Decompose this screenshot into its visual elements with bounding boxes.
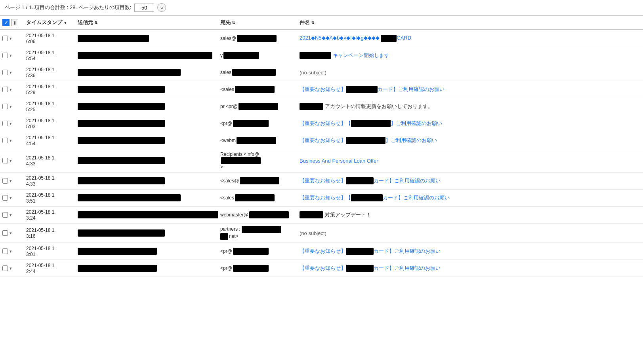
row-checkbox[interactable] (2, 70, 8, 75)
row-dropdown-btn[interactable]: ▾ (9, 138, 12, 143)
table-row: ▾2021-05-18 1 6:06sales@2021◆N5◆◆A◆b◆v◆f… (0, 30, 643, 47)
row-timestamp: 2021-05-18 1 3:16 (24, 224, 75, 243)
row-checkbox[interactable] (2, 158, 8, 163)
table-row: ▾2021-05-18 1 3:51<sales【重要なお知らせ】【カード】ご利… (0, 190, 643, 207)
copy-button[interactable]: ▮ (11, 19, 18, 26)
row-to: pr <pr@ (218, 98, 297, 115)
row-dropdown-btn[interactable]: ▾ (9, 104, 12, 109)
col-from[interactable]: 送信元⇅ (75, 16, 218, 30)
row-select-cell: ▾ (0, 81, 24, 98)
row-checkbox[interactable] (2, 138, 8, 143)
subject-link[interactable]: 【重要なお知らせ】【】ご利用確認のお願い (300, 120, 442, 126)
row-subject[interactable]: (no subject) (297, 224, 643, 243)
row-subject[interactable]: キャンペーン開始します (297, 47, 643, 64)
per-page-input[interactable] (134, 4, 154, 12)
row-dropdown-btn[interactable]: ▾ (9, 195, 12, 201)
row-checkbox[interactable] (2, 87, 8, 92)
row-select-cell: ▾ (0, 115, 24, 132)
table-row: ▾2021-05-18 1 4:33Recipients <info@>Busi… (0, 149, 643, 173)
col-timestamp[interactable]: タイムスタンプ▼ (24, 16, 75, 30)
table-row: ▾2021-05-18 1 3:16partners : net>(no sub… (0, 224, 643, 243)
row-checkbox[interactable] (2, 53, 8, 58)
row-select-cell: ▾ (0, 64, 24, 81)
subject-link[interactable]: 【重要なお知らせ】カード】ご利用確認のお願い (300, 248, 441, 254)
row-timestamp: 2021-05-18 1 2:44 (24, 260, 75, 277)
row-checkbox[interactable] (2, 121, 8, 126)
row-dropdown-btn[interactable]: ▾ (9, 178, 12, 184)
row-to: <webm (218, 132, 297, 149)
row-timestamp: 2021-05-18 1 4:54 (24, 132, 75, 149)
row-dropdown-btn[interactable]: ▾ (9, 266, 12, 271)
table-row: ▾2021-05-18 1 2:44<pr@【重要なお知らせ】カード】ご利用確認… (0, 260, 643, 277)
table-row: ▾2021-05-18 1 5:03<pr@【重要なお知らせ】【】ご利用確認のお… (0, 115, 643, 132)
subject-link[interactable]: 【重要なお知らせ】】ご利用確認のお願い (300, 137, 437, 143)
subject-link[interactable]: 2021◆N5◆◆A◆b◆v◆f◆l◆g◆◆◆◆ CARD (300, 35, 411, 41)
row-subject[interactable]: 【重要なお知らせ】】ご利用確認のお願い (297, 132, 643, 149)
row-to: <pr@ (218, 260, 297, 277)
subject-link[interactable]: Business And Personal Loan Offer (300, 158, 378, 164)
row-dropdown-btn[interactable]: ▾ (9, 36, 12, 41)
row-subject[interactable]: 【重要なお知らせ】カード】ご利用確認のお願い (297, 173, 643, 190)
row-dropdown-btn[interactable]: ▾ (9, 212, 12, 218)
row-dropdown-btn[interactable]: ▾ (9, 121, 12, 126)
row-subject[interactable]: 【重要なお知らせ】カード】ご利用確認のお願い (297, 260, 643, 277)
row-subject[interactable]: 【重要なお知らせ】【】ご利用確認のお願い (297, 115, 643, 132)
row-from (75, 132, 218, 149)
row-from (75, 47, 218, 64)
row-dropdown-btn[interactable]: ▾ (9, 158, 12, 163)
row-subject[interactable]: 対策アップデート！ (297, 207, 643, 224)
row-from (75, 64, 218, 81)
select-all-checkbox[interactable]: ✓ (2, 19, 10, 26)
row-checkbox[interactable] (2, 248, 8, 254)
row-subject[interactable]: 【重要なお知らせ】カード】ご利用確認のお願い (297, 243, 643, 260)
row-subject[interactable]: 【重要なお知らせ】カード】ご利用確認のお願い (297, 81, 643, 98)
subject-link[interactable]: 【重要なお知らせ】カード】ご利用確認のお願い (300, 178, 441, 184)
to-sort-icon: ⇅ (232, 21, 235, 25)
row-dropdown-btn[interactable]: ▾ (9, 249, 12, 254)
row-from (75, 30, 218, 47)
row-from (75, 260, 218, 277)
row-dropdown-btn[interactable]: ▾ (9, 87, 12, 92)
row-dropdown-btn[interactable]: ▾ (9, 231, 12, 236)
subject-link[interactable]: 【重要なお知らせ】【カード】ご利用確認のお願い (300, 195, 450, 201)
row-dropdown-btn[interactable]: ▾ (9, 70, 12, 75)
refresh-button[interactable]: ○ (157, 3, 166, 12)
row-select-cell: ▾ (0, 243, 24, 260)
col-to[interactable]: 宛先⇅ (218, 16, 297, 30)
row-checkbox[interactable] (2, 178, 8, 184)
row-to: <sales (218, 190, 297, 207)
email-table: ✓ ▮ タイムスタンプ▼ 送信元⇅ 宛先⇅ 件名⇅ ▾2021-05-18 1 … (0, 15, 643, 277)
row-checkbox[interactable] (2, 265, 8, 271)
row-from (75, 224, 218, 243)
row-select-cell: ▾ (0, 173, 24, 190)
col-subject[interactable]: 件名⇅ (297, 16, 643, 30)
row-subject[interactable]: アカウントの情報更新をお願いしております。 (297, 98, 643, 115)
row-from (75, 207, 218, 224)
subject-link[interactable]: 【重要なお知らせ】カード】ご利用確認のお願い (300, 86, 445, 92)
row-checkbox[interactable] (2, 36, 8, 41)
row-timestamp: 2021-05-18 1 5:29 (24, 81, 75, 98)
row-checkbox[interactable] (2, 195, 8, 201)
row-subject[interactable]: (no subject) (297, 64, 643, 81)
row-subject[interactable]: Business And Personal Loan Offer (297, 149, 643, 173)
row-to: y (218, 47, 297, 64)
row-subject[interactable]: 【重要なお知らせ】【カード】ご利用確認のお願い (297, 190, 643, 207)
subject-link[interactable]: 【重要なお知らせ】カード】ご利用確認のお願い (300, 265, 441, 271)
row-checkbox[interactable] (2, 230, 8, 236)
subject-link[interactable]: キャンペーン開始します (333, 52, 389, 58)
row-checkbox[interactable] (2, 104, 8, 109)
row-timestamp: 2021-05-18 1 5:03 (24, 115, 75, 132)
table-row: ▾2021-05-18 1 5:36sales(no subject) (0, 64, 643, 81)
table-row: ▾2021-05-18 1 4:54<webm【重要なお知らせ】】ご利用確認のお… (0, 132, 643, 149)
row-subject[interactable]: 2021◆N5◆◆A◆b◆v◆f◆l◆g◆◆◆◆ CARD (297, 30, 643, 47)
from-sort-icon: ⇅ (94, 21, 97, 25)
row-dropdown-btn[interactable]: ▾ (9, 53, 12, 58)
row-select-cell: ▾ (0, 149, 24, 173)
row-checkbox[interactable] (2, 212, 8, 218)
pagination-info: ページ 1 / 1. 項目の合計数 : 28. ページあたりの項目数: (5, 4, 131, 11)
table-row: ▾2021-05-18 1 5:25pr <pr@アカウントの情報更新をお願いし… (0, 98, 643, 115)
row-from (75, 243, 218, 260)
subject-sort-icon: ⇅ (311, 21, 314, 25)
table-row: ▾2021-05-18 1 4:33<sales@【重要なお知らせ】カード】ご利… (0, 173, 643, 190)
row-from (75, 115, 218, 132)
